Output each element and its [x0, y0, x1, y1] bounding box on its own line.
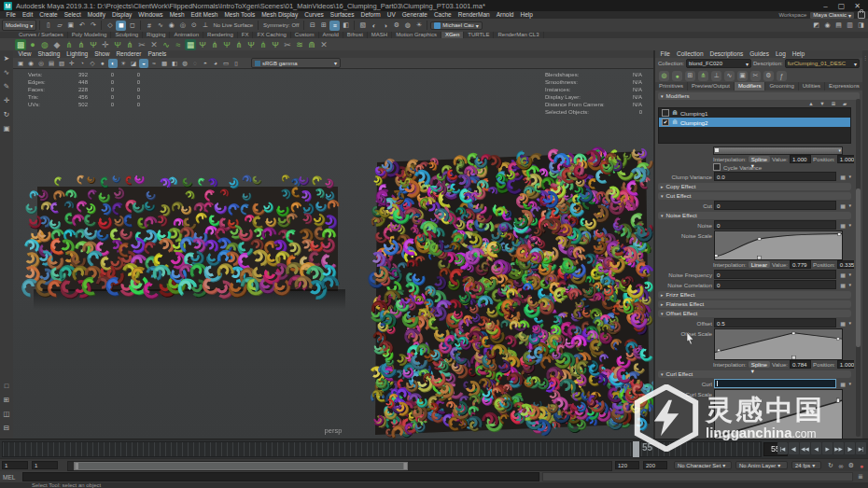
xray-icon[interactable]: ◍: [180, 59, 189, 68]
humanik-toggle-icon[interactable]: ◉: [822, 21, 833, 31]
cut-guide-icon[interactable]: ✂: [136, 39, 147, 50]
single-pane-layout-button[interactable]: □: [2, 381, 12, 391]
modifier-enabled-checkbox[interactable]: [662, 109, 669, 117]
image-plane-icon[interactable]: ▧: [57, 59, 66, 68]
viewport-canvas[interactable]: [13, 69, 653, 439]
lock-camera-icon[interactable]: ◉: [26, 59, 35, 68]
paint-select-tool-icon[interactable]: ✎: [2, 81, 12, 91]
menu-curves[interactable]: Curves: [301, 11, 328, 19]
channel-box-toggle-icon[interactable]: ◨: [856, 21, 866, 31]
create-guide-icon[interactable]: ⋔: [76, 39, 87, 50]
move-modifier-down-icon[interactable]: ▼: [819, 100, 826, 107]
render-settings-icon[interactable]: ⚙: [391, 21, 401, 31]
value-field[interactable]: 1.000: [790, 155, 811, 163]
modifier-list-item[interactable]: ⋒Clumping1: [659, 108, 850, 118]
xgen-menu-descriptions[interactable]: Descriptions: [707, 50, 747, 58]
chevron-down-icon[interactable]: ▾: [848, 282, 851, 287]
map-button-icon[interactable]: ▦: [838, 174, 847, 180]
flatness-effect-header[interactable]: ▸Flatness Effect: [658, 300, 851, 308]
scrollbar-thumb[interactable]: [856, 188, 861, 347]
shelf-tab-rendering[interactable]: Rendering: [203, 32, 238, 38]
menu-surfaces[interactable]: Surfaces: [327, 11, 357, 19]
menu-set-dropdown[interactable]: Modeling▾: [2, 20, 36, 31]
output-connections-icon[interactable]: ⊞: [318, 21, 329, 31]
expression-icon[interactable]: ƒ: [777, 71, 787, 81]
move-tool-icon[interactable]: ✛: [2, 95, 12, 105]
undo-icon[interactable]: ↶: [77, 21, 87, 31]
shelf-tab-xgen[interactable]: XGen: [441, 32, 464, 38]
ipr-render-icon[interactable]: ◑: [380, 21, 390, 31]
shelf-tab-turtle[interactable]: TURTLE: [464, 32, 494, 38]
workspace-lock-icon[interactable]: [858, 11, 865, 19]
curves-to-guides-icon[interactable]: ≈: [173, 39, 184, 50]
curl-field[interactable]: [714, 379, 836, 388]
joints-xray-icon[interactable]: ◌: [190, 59, 200, 68]
step-back-frame-button[interactable]: ◀|: [789, 442, 799, 454]
curl-effect-header[interactable]: ▾Curl Effect: [658, 370, 851, 378]
shaded-icon[interactable]: ●: [98, 59, 107, 68]
menu-help[interactable]: Help: [517, 11, 536, 19]
shelf-tab-fx[interactable]: FX: [238, 32, 254, 38]
xgen-tab-utilities[interactable]: Utilities: [799, 82, 825, 91]
move-modifier-up-icon[interactable]: ▲: [807, 100, 815, 107]
noise-effect-header[interactable]: ▾Noise Effect: [658, 212, 851, 219]
xgen-menu-file[interactable]: File: [657, 50, 673, 58]
use-all-lights-icon[interactable]: ☀: [119, 59, 128, 68]
menu-uv[interactable]: UV: [384, 11, 399, 19]
tool-settings-toggle-icon[interactable]: ▥: [845, 21, 855, 31]
xgen-menu-log[interactable]: Log: [772, 50, 789, 58]
snap-curve-icon[interactable]: ∿: [155, 21, 165, 31]
interpolation-dropdown[interactable]: Spline ▾: [749, 156, 770, 162]
step-forward-key-button[interactable]: ▶▶: [833, 442, 844, 454]
script-editor-icon[interactable]: ≣: [856, 473, 865, 481]
light-editor-icon[interactable]: ☀: [413, 21, 424, 31]
oversampling-icon[interactable]: ◔: [77, 59, 87, 68]
save-scene-icon[interactable]: ▣: [65, 21, 76, 31]
range-bar[interactable]: [74, 462, 408, 470]
chevron-down-icon[interactable]: ▾: [848, 174, 851, 179]
snap-view-plane-icon[interactable]: ⊙: [189, 21, 199, 31]
xgen-editor-icon[interactable]: ▩: [15, 39, 26, 50]
motion-blur-icon[interactable]: ≈: [149, 59, 159, 68]
xgen-menu-collection[interactable]: Collection: [673, 50, 707, 58]
resolution-gate-icon[interactable]: ▯: [231, 59, 241, 68]
noise-field[interactable]: 0: [714, 220, 836, 230]
open-render-view-icon[interactable]: ▧: [357, 21, 368, 31]
copy-effect-header[interactable]: ▸Copy Effect: [658, 183, 851, 190]
loop-mode-icon[interactable]: ∞: [836, 461, 846, 470]
groom-delete-icon[interactable]: ✕: [318, 39, 329, 50]
playhead[interactable]: [633, 441, 639, 457]
maximize-button[interactable]: ▢: [834, 1, 848, 11]
shelf-tab-rigging[interactable]: Rigging: [143, 32, 170, 38]
chevron-down-icon[interactable]: ▾: [848, 222, 851, 228]
modeling-toolkit-toggle-icon[interactable]: ◩: [811, 21, 821, 31]
chevron-down-icon[interactable]: ▾: [848, 320, 851, 326]
map-button-icon[interactable]: ▦: [838, 202, 847, 209]
sculpt-guides-icon[interactable]: Ψ: [88, 39, 99, 50]
chevron-down-icon[interactable]: ▾: [848, 202, 851, 208]
isolate-select-icon[interactable]: ◧: [170, 59, 179, 68]
modifier-enabled-checkbox[interactable]: ✔: [662, 119, 669, 126]
auto-keyframe-icon[interactable]: ●: [857, 461, 866, 470]
xgen-tab-preview-output[interactable]: Preview/Output: [688, 82, 735, 91]
wireframe-icon[interactable]: ◇: [88, 59, 97, 68]
xgen-tab-modifiers[interactable]: Modifiers: [735, 82, 765, 91]
persp-graph-layout-button[interactable]: ⊟: [2, 423, 12, 433]
shelf-tab-arnold[interactable]: Arnold: [319, 32, 343, 38]
cycle-variance-checkbox[interactable]: [713, 163, 721, 171]
select-component-icon[interactable]: ◻: [127, 21, 137, 31]
range-handle-right[interactable]: [403, 463, 407, 469]
camera-attributes-icon[interactable]: ◎: [36, 59, 46, 68]
export-patches-icon[interactable]: ◆: [51, 39, 63, 50]
delete-guide-icon[interactable]: ✕: [148, 39, 160, 50]
chevron-down-icon[interactable]: ▾: [848, 272, 851, 277]
noise-scale-ramp[interactable]: [714, 230, 843, 260]
bookmarks-icon[interactable]: ▤: [47, 59, 56, 68]
redo-icon[interactable]: ↷: [88, 21, 98, 31]
chevron-down-icon[interactable]: ▾: [838, 147, 841, 153]
lasso-tool-icon[interactable]: ∿: [2, 67, 12, 77]
offset-field[interactable]: 0.5: [714, 318, 836, 328]
time-slider[interactable]: 55 55 |◀◀|◀◀◀▶▶▶|▶▶|: [0, 439, 868, 459]
cut-guide-icon[interactable]: ✂: [750, 71, 761, 81]
scrollbar[interactable]: [856, 99, 861, 437]
